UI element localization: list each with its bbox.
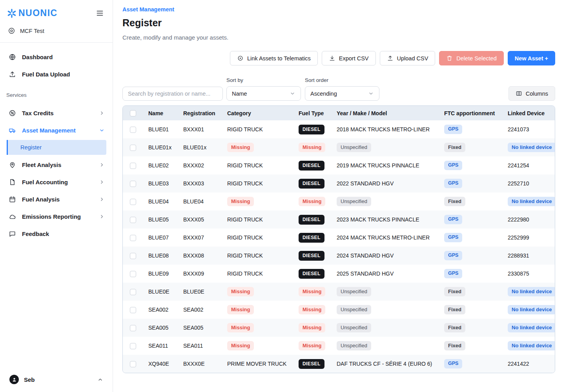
sidebar-item-asset-management[interactable]: Asset Management — [0, 122, 113, 139]
main-content: Asset Management Register Create, modify… — [113, 0, 565, 392]
column-header: Linked Device — [503, 106, 555, 120]
user-menu[interactable]: Seb — [0, 368, 113, 392]
badge-gps: GPS — [444, 269, 462, 278]
toolbar: Link Assets to Telematics Export CSV Upl… — [122, 51, 555, 65]
cell-name: BLUE04 — [144, 192, 179, 211]
row-checkbox[interactable] — [130, 253, 136, 259]
link-assets-telematics-button[interactable]: Link Assets to Telematics — [230, 51, 318, 65]
cell-year-make-model: 2024 MACK TRUCKS METRO-LINER — [332, 229, 439, 247]
export-csv-button[interactable]: Export CSV — [322, 51, 376, 65]
sidebar-item-fleet-analysis[interactable]: Fleet Analysis — [0, 156, 113, 173]
document-icon — [9, 178, 16, 186]
column-header: FTC apportionment — [439, 106, 503, 120]
cell-fuel-type: Missing — [294, 301, 332, 319]
row-checkbox[interactable] — [130, 163, 136, 169]
cell-year-make-model: 2022 STANDARD HGV — [332, 174, 439, 192]
chevron-right-icon — [99, 162, 105, 168]
sort-order-value: Ascending — [310, 91, 337, 97]
badge-gps: GPS — [444, 215, 462, 224]
sidebar-item-fuel-analysis[interactable]: Fuel Analysis — [0, 191, 113, 208]
row-checkbox[interactable] — [130, 361, 136, 367]
sort-order-select[interactable]: Ascending — [305, 86, 379, 101]
cell-year-make-model: 2019 MACK TRUCKS PINNACLE — [332, 156, 439, 174]
cell-linked-device: 2241254 — [503, 156, 555, 174]
row-checkbox[interactable] — [130, 343, 136, 349]
sidebar-item-label: Fleet Analysis — [22, 162, 61, 168]
badge-diesel: DIESEL — [299, 359, 324, 369]
badge-missing: Missing — [299, 323, 325, 332]
badge-fixed: Fixed — [444, 341, 465, 350]
select-all-checkbox[interactable] — [130, 110, 136, 116]
delete-selected-button[interactable]: Delete Selected — [439, 51, 503, 65]
table-row: BLUE0EBLUE0EMissingMissingUnspecifiedFix… — [123, 283, 555, 301]
assets-table: NameRegistrationCategoryFuel TypeYear / … — [122, 105, 555, 373]
chevron-down-icon — [99, 127, 105, 133]
upload-csv-button[interactable]: Upload CSV — [380, 51, 436, 65]
chevron-right-icon — [99, 110, 105, 116]
cell-name: SEA002 — [144, 301, 179, 319]
menu-toggle-button[interactable] — [96, 9, 104, 17]
row-checkbox[interactable] — [130, 127, 136, 133]
badge-unspecified: Unspecified — [337, 341, 371, 350]
button-label: New Asset + — [515, 55, 548, 62]
cell-name: XQ940E — [144, 355, 179, 373]
row-checkbox[interactable] — [130, 199, 136, 205]
cell-linked-device: No linked device — [503, 319, 555, 337]
cell-name: BLUE08 — [144, 247, 179, 265]
sidebar-item-label: Dashboard — [22, 54, 53, 60]
sidebar-item-register[interactable]: Register — [7, 140, 106, 155]
sort-by-select[interactable]: Name — [226, 86, 301, 101]
cell-ftc-apportionment: GPS — [439, 247, 503, 265]
columns-button[interactable]: Columns — [508, 86, 555, 101]
hamburger-icon — [96, 9, 104, 17]
brand-logo[interactable]: NUONIC — [7, 8, 58, 18]
truck-icon — [9, 127, 16, 134]
cell-fuel-type: DIESEL — [294, 355, 332, 373]
sidebar-item-fuel-accounting[interactable]: Fuel Accounting — [0, 173, 113, 191]
download-icon — [329, 55, 335, 62]
sort-by-value: Name — [232, 91, 247, 97]
sort-by-label: Sort by — [226, 77, 301, 83]
column-header: Registration — [179, 106, 222, 120]
badge-missing: Missing — [299, 197, 325, 206]
map-pin-icon — [9, 161, 16, 169]
cell-category: RIGID TRUCK — [222, 156, 294, 174]
new-asset-button[interactable]: New Asset + — [508, 51, 555, 65]
upload-icon — [9, 71, 16, 78]
sidebar-item-tax-credits[interactable]: Tax Credits — [0, 104, 113, 122]
sidebar-item-fuel-data-upload[interactable]: Fuel Data Upload — [0, 65, 113, 83]
cell-registration: BXXX09 — [179, 265, 222, 283]
sidebar-item-emissions-reporting[interactable]: Emissions Reporting — [0, 208, 113, 225]
sidebar-item-feedback[interactable]: Feedback — [0, 225, 113, 242]
row-checkbox[interactable] — [130, 289, 136, 295]
table-row: SEA005SEA005MissingMissingUnspecifiedFix… — [123, 319, 555, 337]
chevron-right-icon — [99, 196, 105, 202]
row-checkbox[interactable] — [130, 307, 136, 313]
cell-name: BLUE03 — [144, 174, 179, 192]
cell-ftc-apportionment: Fixed — [439, 138, 503, 156]
badge-missing: Missing — [299, 305, 325, 314]
user-name: Seb — [24, 376, 35, 383]
sidebar-item-label: Emissions Reporting — [22, 213, 81, 220]
row-checkbox[interactable] — [130, 235, 136, 241]
org-selector[interactable]: MCF Test — [0, 25, 113, 43]
sidebar-item-dashboard[interactable]: Dashboard — [0, 48, 113, 65]
cloud-icon — [9, 213, 16, 220]
search-input[interactable] — [122, 87, 223, 101]
table-row: SEA002SEA002MissingMissingUnspecifiedFix… — [123, 301, 555, 319]
cell-registration: BXXX02 — [179, 156, 222, 174]
row-checkbox[interactable] — [130, 145, 136, 151]
breadcrumb[interactable]: Asset Management — [122, 6, 555, 13]
globe-icon — [9, 53, 16, 61]
badge-diesel: DIESEL — [299, 161, 324, 171]
cell-category: RIGID TRUCK — [222, 247, 294, 265]
row-checkbox[interactable] — [130, 325, 136, 331]
badge-gps: GPS — [444, 251, 462, 260]
badge-nodevice: No linked device — [508, 341, 555, 350]
badge-diesel: DIESEL — [299, 179, 324, 189]
row-checkbox[interactable] — [130, 217, 136, 223]
cell-linked-device: No linked device — [503, 192, 555, 211]
row-checkbox[interactable] — [130, 181, 136, 187]
row-checkbox[interactable] — [130, 271, 136, 277]
sidebar-item-label: Fuel Analysis — [22, 196, 60, 203]
